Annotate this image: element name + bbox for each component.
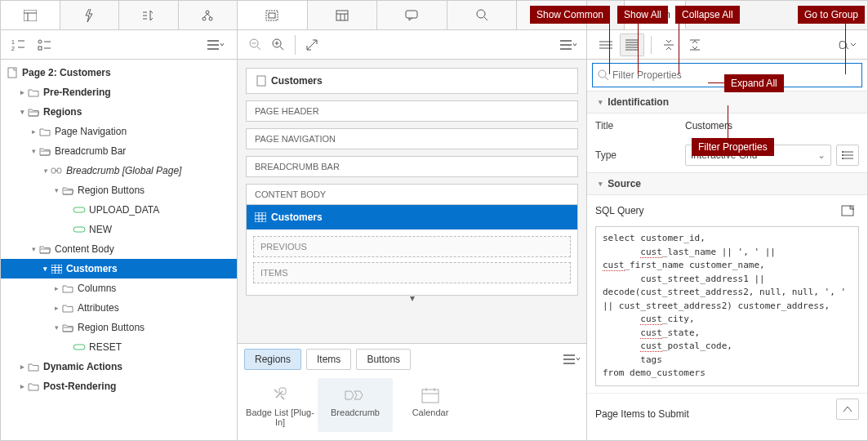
- region-icon: [255, 75, 268, 87]
- component-view-tab[interactable]: [308, 1, 378, 29]
- tree-node[interactable]: Region Buttons: [1, 318, 237, 337]
- tree-node[interactable]: Breadcrumb [Global Page]: [1, 161, 237, 180]
- tree-node[interactable]: Region Buttons: [1, 180, 237, 200]
- tree-node-label: Page Navigation: [55, 126, 127, 137]
- expand-layout-button[interactable]: [300, 33, 323, 56]
- tree-node[interactable]: RESET: [1, 337, 237, 357]
- folder-open-icon: [61, 323, 74, 332]
- section-source[interactable]: Source: [587, 172, 867, 195]
- slot-items[interactable]: ITEMS: [253, 262, 571, 283]
- sort-numeric-button[interactable]: 12: [7, 33, 30, 56]
- tree-node[interactable]: Columns: [1, 278, 237, 298]
- layout-tab[interactable]: [238, 1, 308, 29]
- zoom-in-button[interactable]: [267, 33, 290, 56]
- tree-node[interactable]: Post-Rendering: [1, 376, 237, 396]
- page-items-label: Page Items to Submit: [595, 408, 689, 420]
- menu-button[interactable]: [204, 33, 227, 56]
- ig-icon: [255, 212, 266, 222]
- tree-node[interactable]: Breadcrumb Bar: [1, 141, 237, 161]
- sort-type-button[interactable]: [33, 33, 56, 56]
- tree-node[interactable]: Dynamic Actions: [1, 357, 237, 376]
- svg-rect-0: [24, 10, 37, 21]
- expand-all-button[interactable]: [683, 33, 707, 56]
- tree-node[interactable]: Page Navigation: [1, 122, 237, 141]
- pill-icon: [73, 207, 86, 213]
- right-sub-toolbar: [587, 30, 867, 60]
- tree-node-label: NEW: [89, 224, 112, 235]
- tree-node[interactable]: UPLOAD_DATA: [1, 200, 237, 220]
- gallery-item-badge[interactable]: Badge List [Plug-In]: [243, 378, 318, 432]
- svg-rect-35: [406, 11, 417, 18]
- sql-query-label-row: SQL Query: [587, 195, 867, 226]
- plug-icon: [244, 383, 316, 408]
- page-title-node[interactable]: Page 2: Customers: [1, 63, 237, 82]
- svg-line-37: [484, 17, 487, 20]
- tree-node[interactable]: NEW: [1, 220, 237, 239]
- callout-collapse-all: Collapse All: [675, 6, 740, 24]
- gallery-menu-button[interactable]: [563, 354, 580, 365]
- tree-node[interactable]: Customers: [1, 259, 237, 278]
- region-page-navigation[interactable]: PAGE NAVIGATION: [246, 128, 578, 149]
- region-label: Customers: [271, 75, 323, 87]
- messages-tab[interactable]: [377, 1, 447, 29]
- tree-node[interactable]: Regions: [1, 102, 237, 122]
- type-options-button[interactable]: [836, 145, 859, 166]
- tab-rendering[interactable]: [1, 1, 60, 29]
- gallery-tab-items[interactable]: Items: [306, 349, 351, 370]
- svg-point-79: [599, 70, 606, 78]
- svg-point-84: [842, 151, 844, 153]
- region-page-header[interactable]: PAGE HEADER: [246, 100, 578, 122]
- slot-previous[interactable]: PREVIOUS: [253, 236, 571, 257]
- svg-line-47: [307, 40, 317, 50]
- svg-rect-30: [269, 13, 275, 18]
- folder-icon: [61, 304, 74, 313]
- code-editor-button[interactable]: [836, 200, 859, 221]
- svg-point-36: [477, 10, 485, 18]
- callout-show-all: Show All: [617, 6, 668, 24]
- tree-node[interactable]: Pre-Rendering: [1, 82, 237, 102]
- svg-line-46: [280, 47, 283, 50]
- chevron-down-icon: ⌄: [817, 149, 826, 161]
- zoom-out-button[interactable]: [244, 33, 267, 56]
- gallery-item-calendar[interactable]: Calendar: [393, 378, 468, 432]
- tree-node-label: Pre-Rendering: [43, 87, 111, 98]
- folder-open-icon: [38, 147, 51, 156]
- page-items-row: Page Items to Submit: [587, 393, 867, 425]
- folder-open-icon: [27, 108, 40, 117]
- show-all-button[interactable]: [620, 33, 644, 56]
- gallery-item-breadcrumb[interactable]: Breadcrumb: [318, 378, 393, 432]
- gallery-tab-regions[interactable]: Regions: [244, 349, 301, 370]
- collapse-handle[interactable]: ▾: [246, 296, 578, 304]
- region-breadcrumb-bar[interactable]: BREADCRUMB BAR: [246, 156, 578, 177]
- scroll-to-top-button[interactable]: [836, 399, 859, 420]
- region-interactive-grid[interactable]: Customers PREVIOUS ITEMS: [246, 204, 578, 296]
- gallery-tabs: Regions Items Buttons: [238, 344, 586, 375]
- region-customers-top[interactable]: Customers: [246, 68, 578, 94]
- tree-node[interactable]: Attributes: [1, 298, 237, 318]
- tree-node[interactable]: Content Body: [1, 239, 237, 259]
- gallery-tab-buttons[interactable]: Buttons: [356, 349, 411, 370]
- gallery-items: Badge List [Plug-In] Breadcrumb Calendar: [238, 375, 586, 440]
- prop-title-value[interactable]: Customers: [685, 120, 859, 131]
- svg-line-42: [257, 47, 260, 50]
- search-icon: [598, 69, 612, 81]
- tab-shared[interactable]: [179, 1, 238, 29]
- search-tab[interactable]: [447, 1, 518, 29]
- region-label: PAGE NAVIGATION: [255, 134, 336, 144]
- gallery-item-label: Calendar: [412, 408, 449, 417]
- svg-rect-21: [73, 207, 85, 212]
- go-to-group-button[interactable]: [835, 33, 859, 56]
- tree-node-label: Region Buttons: [78, 322, 145, 333]
- show-common-button[interactable]: [594, 33, 618, 56]
- region-label: BREADCRUMB BAR: [255, 162, 340, 172]
- collapse-all-button[interactable]: [657, 33, 681, 56]
- right-panel: Region Identification Title Customers Ty…: [587, 1, 867, 440]
- calendar-icon: [394, 383, 466, 408]
- center-menu-button[interactable]: [557, 33, 580, 56]
- tree-node-label: Customers: [66, 263, 118, 274]
- tab-dynamic-actions[interactable]: [60, 1, 120, 29]
- prop-type-label: Type: [595, 149, 685, 161]
- pill-icon: [73, 344, 86, 350]
- tab-processing[interactable]: [119, 1, 179, 29]
- sql-query-editor[interactable]: select customer_id, cust_last_name || ',…: [595, 226, 859, 386]
